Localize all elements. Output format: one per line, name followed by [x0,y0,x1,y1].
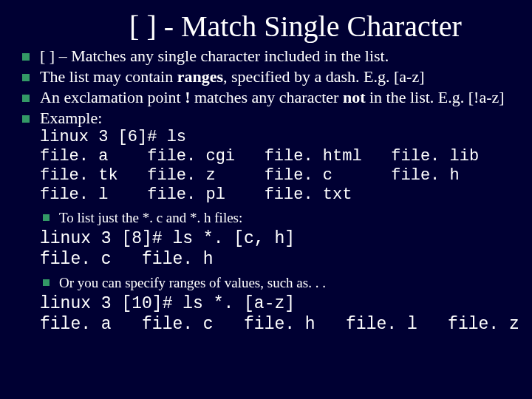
bullet-text: in the list. E.g. [!a-z] [365,88,504,106]
slide: [ ] - Match Single Character [ ] – Match… [0,0,532,399]
sub-bullet-text: To list just the *. c and *. h files: [59,210,242,225]
bullet-list: [ ] – Matches any single character inclu… [21,47,511,205]
code-block: linux 3 [8]# ls *. [c, h] file. c file. … [40,229,511,269]
bullet-text: Example: [40,109,102,127]
code-block: linux 3 [6]# ls file. a file. cgi file. … [40,128,511,205]
bullet-item: [ ] – Matches any single character inclu… [21,47,511,66]
sub-bullet-text: Or you can specify ranges of values, suc… [59,275,326,290]
bullet-text: An exclamation point [40,88,185,106]
bullet-item: An exclamation point ! matches any chara… [21,88,511,107]
sub-bullet-list: Or you can specify ranges of values, suc… [43,274,511,292]
code-block: linux 3 [10]# ls *. [a-z] file. a file. … [40,294,511,334]
bullet-item: Example: linux 3 [6]# ls file. a file. c… [21,109,511,205]
bullet-text: matches any character [190,88,342,106]
slide-title: [ ] - Match Single Character [80,9,511,44]
bullet-item: The list may contain ranges, specified b… [21,67,511,86]
sub-bullet-item: To list just the *. c and *. h files: [43,209,511,227]
sub-bullet-list: To list just the *. c and *. h files: [43,209,511,227]
bullet-text: [ ] – Matches any single character inclu… [40,47,389,65]
bullet-text: The list may contain [40,67,177,86]
bullet-text: , specified by a dash. E.g. [a-z] [223,67,424,86]
sub-bullet-item: Or you can specify ranges of values, suc… [43,274,511,292]
bold-text: ranges [177,67,223,86]
bold-text: not [343,88,366,106]
